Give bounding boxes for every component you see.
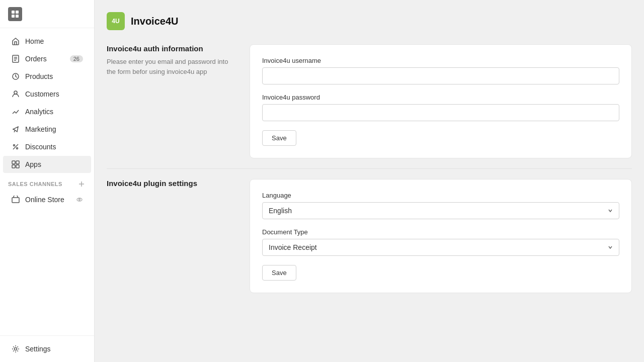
sidebar-item-analytics[interactable]: Analytics bbox=[3, 103, 91, 120]
username-input[interactable] bbox=[262, 67, 619, 84]
page-header: 4U Invoice4U bbox=[107, 12, 632, 30]
discounts-icon bbox=[11, 142, 20, 151]
orders-badge: 26 bbox=[70, 55, 83, 62]
sales-channels-header: SALES CHANNELS bbox=[0, 173, 94, 191]
plugin-save-button[interactable]: Save bbox=[262, 265, 296, 281]
svg-rect-2 bbox=[12, 15, 15, 18]
sidebar-item-orders[interactable]: Orders 26 bbox=[3, 50, 91, 67]
sidebar-bottom: Settings bbox=[0, 335, 94, 362]
customers-label: Customers bbox=[25, 90, 59, 98]
sidebar-navigation: Home Orders 26 Products bbox=[0, 28, 94, 335]
svg-rect-1 bbox=[16, 11, 19, 14]
settings-label: Settings bbox=[25, 345, 51, 353]
customers-icon bbox=[11, 89, 20, 99]
products-icon bbox=[11, 72, 20, 81]
orders-icon bbox=[11, 54, 20, 63]
svg-rect-11 bbox=[12, 165, 15, 168]
sidebar-item-discounts[interactable]: Discounts bbox=[3, 138, 91, 155]
password-group: Invoice4u password bbox=[262, 94, 619, 121]
apps-icon bbox=[11, 160, 20, 169]
analytics-icon bbox=[11, 107, 20, 116]
auth-left-panel: Invoice4u auth information Please enter … bbox=[107, 44, 237, 168]
password-label: Invoice4u password bbox=[262, 94, 619, 101]
language-label: Language bbox=[262, 192, 619, 199]
sidebar-item-home[interactable]: Home bbox=[3, 33, 91, 50]
sidebar: Home Orders 26 Products bbox=[0, 0, 95, 362]
home-icon bbox=[11, 37, 20, 46]
plugin-left-panel: Invoice4u plugin settings bbox=[107, 179, 237, 303]
svg-rect-12 bbox=[16, 165, 19, 168]
sidebar-item-online-store[interactable]: Online Store bbox=[3, 191, 91, 208]
language-select[interactable]: English Hebrew bbox=[262, 202, 619, 219]
document-type-label: Document Type bbox=[262, 228, 619, 236]
password-input[interactable] bbox=[262, 104, 619, 121]
main-content: 4U Invoice4U Invoice4u auth information … bbox=[95, 0, 644, 362]
auth-section: Invoice4u auth information Please enter … bbox=[107, 44, 632, 168]
logo-mark bbox=[8, 7, 22, 21]
language-group: Language English Hebrew bbox=[262, 192, 619, 219]
plugin-right-panel: Language English Hebrew Document Type In… bbox=[250, 179, 632, 303]
sidebar-item-apps[interactable]: Apps bbox=[3, 156, 91, 173]
svg-rect-9 bbox=[12, 161, 15, 164]
sidebar-logo bbox=[0, 0, 94, 28]
eye-icon[interactable] bbox=[76, 196, 83, 203]
svg-point-7 bbox=[14, 145, 15, 146]
svg-point-16 bbox=[15, 348, 17, 350]
auth-card: Invoice4u username Invoice4u password Sa… bbox=[250, 44, 632, 158]
app-logo: 4U bbox=[107, 12, 125, 30]
auth-right-panel: Invoice4u username Invoice4u password Sa… bbox=[250, 44, 632, 168]
plugin-section-title: Invoice4u plugin settings bbox=[107, 179, 237, 188]
marketing-label: Marketing bbox=[25, 125, 56, 133]
svg-rect-3 bbox=[16, 15, 19, 18]
sidebar-item-marketing[interactable]: Marketing bbox=[3, 121, 91, 138]
analytics-label: Analytics bbox=[25, 108, 53, 116]
sidebar-item-customers[interactable]: Customers bbox=[3, 85, 91, 103]
svg-point-6 bbox=[14, 91, 17, 94]
settings-icon bbox=[11, 344, 20, 353]
plugin-section: Invoice4u plugin settings Language Engli… bbox=[107, 179, 632, 303]
username-label: Invoice4u username bbox=[262, 57, 619, 64]
sidebar-item-products[interactable]: Products bbox=[3, 68, 91, 85]
orders-label: Orders bbox=[25, 55, 47, 63]
svg-rect-10 bbox=[16, 161, 19, 164]
sidebar-item-settings[interactable]: Settings bbox=[3, 340, 91, 357]
svg-point-15 bbox=[79, 199, 80, 201]
document-type-select[interactable]: Invoice Receipt Invoice Receipt bbox=[262, 239, 619, 256]
apps-label: Apps bbox=[25, 160, 41, 168]
home-label: Home bbox=[25, 37, 44, 45]
online-store-icon bbox=[11, 195, 20, 204]
auth-section-desc: Please enter you email and password into… bbox=[107, 57, 237, 76]
document-type-group: Document Type Invoice Receipt Invoice Re… bbox=[262, 228, 619, 256]
username-group: Invoice4u username bbox=[262, 57, 619, 84]
page-title: Invoice4U bbox=[131, 16, 178, 27]
auth-section-title: Invoice4u auth information bbox=[107, 44, 237, 53]
add-channel-icon[interactable] bbox=[77, 179, 86, 189]
plugin-card: Language English Hebrew Document Type In… bbox=[250, 179, 632, 293]
online-store-label: Online Store bbox=[25, 196, 64, 204]
auth-save-button[interactable]: Save bbox=[262, 130, 296, 146]
products-label: Products bbox=[25, 72, 53, 80]
svg-point-8 bbox=[17, 148, 18, 149]
discounts-label: Discounts bbox=[25, 143, 56, 151]
section-divider bbox=[107, 168, 632, 169]
svg-rect-13 bbox=[12, 198, 19, 203]
marketing-icon bbox=[11, 125, 20, 134]
svg-rect-0 bbox=[12, 11, 15, 14]
